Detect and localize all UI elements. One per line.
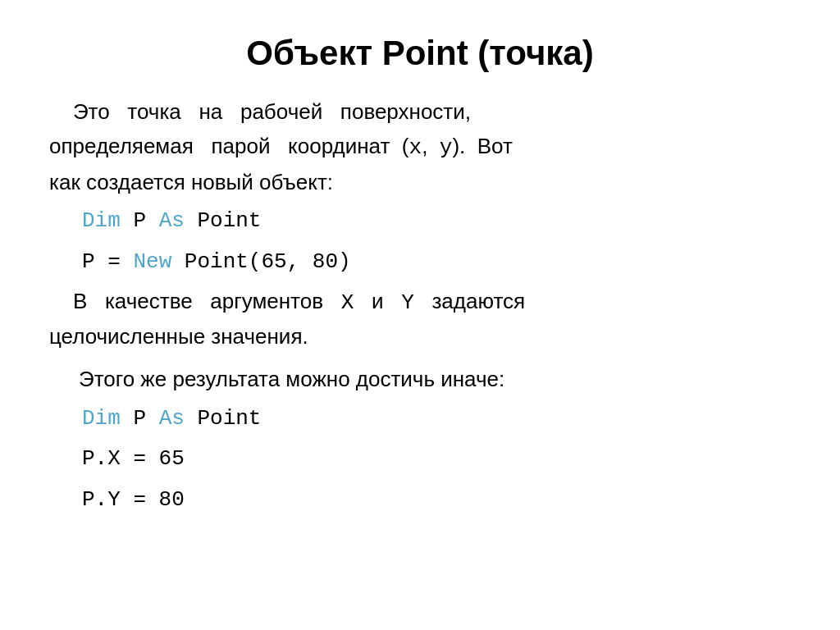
gap-1 — [49, 356, 791, 364]
body-paragraph-line1: В качестве аргументов X и Y задаются — [49, 286, 791, 319]
alt-intro-paragraph: Этого же результата можно достичь иначе: — [49, 364, 791, 395]
intro-paragraph-line2: определяемая парой координат (x, y). Вот — [49, 131, 791, 164]
code-text-4: Point(65, 80) — [171, 249, 350, 274]
code-block-2: P = New Point(65, 80) — [82, 245, 791, 280]
code-block-1: Dim P As Point — [82, 204, 791, 239]
code-text-6: Point — [185, 406, 262, 431]
keyword-as-1: As — [159, 208, 185, 233]
code-text-5: P — [121, 406, 159, 431]
code-text-2: Point — [185, 208, 262, 233]
content-area: Это точка на рабочей поверхности, опреде… — [49, 97, 791, 523]
keyword-dim-2: Dim — [82, 406, 121, 431]
page-title: Объект Point (точка) — [49, 33, 791, 74]
keyword-as-2: As — [159, 406, 185, 431]
keyword-new: New — [133, 249, 171, 274]
code-text-8: P.Y = 80 — [82, 487, 185, 512]
intro-paragraph-line1: Это точка на рабочей поверхности, — [49, 97, 791, 128]
code-block-4: P.X = 65 — [82, 442, 791, 477]
code-block-3: Dim P As Point — [82, 402, 791, 436]
code-text-3: P = — [82, 249, 133, 274]
intro-paragraph-line3: как создается новый объект: — [49, 167, 791, 199]
code-block-5: P.Y = 80 — [82, 483, 791, 518]
body-paragraph-line2: целочисленные значения. — [49, 322, 791, 353]
keyword-dim-1: Dim — [82, 208, 121, 233]
code-text-1: P — [121, 208, 159, 233]
slide-container: Объект Point (точка) Это точка на рабоче… — [0, 0, 840, 630]
code-text-7: P.X = 65 — [82, 446, 185, 471]
